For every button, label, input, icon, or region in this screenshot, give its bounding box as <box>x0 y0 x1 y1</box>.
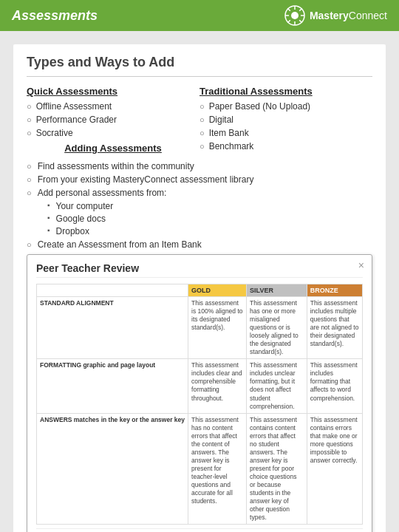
table-header-row <box>37 284 188 297</box>
row-label: FORMATTING graphic and page layout <box>37 359 188 413</box>
bullet-icon: ○ <box>200 102 205 111</box>
table-row: FORMATTING graphic and page layout This … <box>37 359 363 413</box>
app-header: Assessments MasteryConnect <box>0 0 399 31</box>
bullet-icon: ○ <box>27 102 32 111</box>
traditional-assessments-heading: Traditional Assessments <box>200 86 372 97</box>
table-header-silver: SILVER <box>247 284 307 297</box>
circle-icon: ○ <box>27 240 32 249</box>
row-gold: This assessment has no content errors th… <box>188 413 247 525</box>
row-gold: This assessment is 100% aligned to its d… <box>188 297 247 359</box>
peer-teacher-review-card: × Peer Teacher Review GOLD SILVER BRONZE… <box>27 254 372 532</box>
page-title: Types and Ways to Add <box>27 55 372 77</box>
logo: MasteryConnect <box>284 5 387 26</box>
row-silver: This assessment contains content errors … <box>247 413 307 525</box>
card-footer: An assessment peer review badge is based… <box>36 528 363 532</box>
list-item: ○ Performance Grader <box>27 115 200 125</box>
list-item: ○ Find assessments within the community <box>27 161 372 171</box>
row-label: STANDARD ALIGNMENT <box>37 297 188 359</box>
svg-line-7 <box>299 20 302 23</box>
list-item: ○ Offline Assessment <box>27 101 200 112</box>
bullet-icon: ○ <box>200 129 205 137</box>
list-item: ○ Add personal assessments from: <box>27 188 372 198</box>
sub-bullet-icon: ▪ <box>47 201 50 209</box>
quick-assessments-heading: Quick Assessments <box>27 86 200 97</box>
bullet-icon: ○ <box>27 115 32 124</box>
svg-point-1 <box>291 12 299 19</box>
table-header-bronze: BRONZE <box>307 284 362 297</box>
list-item: ○ Item Bank <box>200 128 372 138</box>
row-silver: This assessment has one or more misalign… <box>247 297 307 359</box>
list-item: ○ Paper Based (No Upload) <box>200 101 372 112</box>
logo-icon <box>284 5 305 26</box>
row-gold: This assessment includes clear and compr… <box>188 359 247 413</box>
bullet-icon: ○ <box>200 115 205 124</box>
bullet-icon: ○ <box>200 142 205 151</box>
card-title: Peer Teacher Review <box>36 262 363 278</box>
sub-list-item: ▪ Google docs <box>47 214 372 224</box>
sub-list-item: ▪ Your computer <box>47 201 372 211</box>
columns: Quick Assessments ○ Offline Assessment ○… <box>27 86 372 155</box>
table-header-gold: GOLD <box>188 284 247 297</box>
svg-line-6 <box>287 8 290 11</box>
sub-bullet-icon: ▪ <box>47 214 50 222</box>
adding-section: Adding Assessments <box>27 143 200 154</box>
circle-icon: ○ <box>27 162 32 171</box>
main-list: ○ Find assessments within the community … <box>27 161 372 198</box>
svg-line-9 <box>287 20 290 23</box>
list-item: ○ Socrative <box>27 128 200 138</box>
adding-heading: Adding Assessments <box>64 143 162 154</box>
quick-assessments-col: Quick Assessments ○ Offline Assessment ○… <box>27 86 200 155</box>
sub-list: ▪ Your computer ▪ Google docs ▪ Dropbox <box>47 201 372 236</box>
rubric-table: GOLD SILVER BRONZE STANDARD ALIGNMENT Th… <box>36 284 363 525</box>
svg-line-8 <box>299 8 302 11</box>
app-title: Assessments <box>12 8 98 24</box>
traditional-assessments-col: Traditional Assessments ○ Paper Based (N… <box>200 86 372 155</box>
bullet-icon: ○ <box>27 129 32 137</box>
extra-list-item: ○ Create an Assessment from an Item Bank <box>27 239 372 250</box>
list-item: ○ From your existing MasteryConnect asse… <box>27 174 372 185</box>
circle-icon: ○ <box>27 188 32 197</box>
list-item: ○ Digital <box>200 115 372 125</box>
row-silver: This assessment includes unclear formatt… <box>247 359 307 413</box>
row-bronze: This assessment includes formatting that… <box>307 359 362 413</box>
close-icon[interactable]: × <box>358 259 364 271</box>
row-label: ANSWERS matches in the key or the answer… <box>37 413 188 525</box>
row-bronze: This assessment contains errors that mak… <box>307 413 362 525</box>
main-content: Types and Ways to Add Quick Assessments … <box>13 44 386 532</box>
sub-bullet-icon: ▪ <box>47 226 50 234</box>
logo-text: MasteryConnect <box>310 10 387 21</box>
table-row: ANSWERS matches in the key or the answer… <box>37 413 363 525</box>
table-row: STANDARD ALIGNMENT This assessment is 10… <box>37 297 363 359</box>
list-item: ○ Benchmark <box>200 141 372 151</box>
sub-list-item: ▪ Dropbox <box>47 226 372 236</box>
row-bronze: This assessment includes multiple questi… <box>307 297 362 359</box>
circle-icon: ○ <box>27 175 32 184</box>
